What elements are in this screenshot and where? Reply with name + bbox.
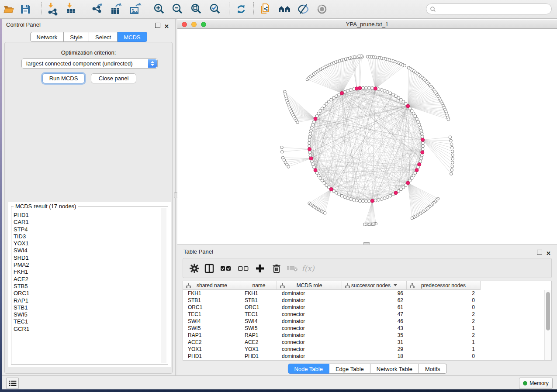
cell-MCDS-role[interactable]: dominator (277, 353, 342, 360)
network-node[interactable] (377, 88, 380, 91)
network-node[interactable] (368, 86, 371, 89)
network-node[interactable] (371, 86, 374, 89)
network-node[interactable] (383, 197, 386, 200)
network-node[interactable] (361, 199, 364, 203)
network-node[interactable] (311, 163, 315, 166)
cell-successor-nodes[interactable]: 47 (342, 311, 407, 318)
mcds-result-item[interactable]: TID3 (14, 233, 160, 240)
mcds-hub-node[interactable] (374, 87, 377, 90)
column-header-successor-nodes[interactable]: successor nodes (342, 281, 407, 290)
cell-name[interactable]: SWI4 (241, 318, 277, 325)
network-leaf-node[interactable] (451, 161, 454, 164)
column-header-name[interactable]: name (241, 281, 277, 290)
network-node[interactable] (414, 115, 417, 118)
network-node[interactable] (332, 96, 336, 100)
network-leaf-node[interactable] (450, 143, 453, 146)
cell-predecessor-nodes[interactable]: 2 (407, 290, 481, 297)
cell-shared-name[interactable]: PHD1 (183, 353, 241, 360)
network-node[interactable] (368, 199, 371, 203)
network-node[interactable] (335, 95, 338, 98)
control-panel-float-button[interactable] (155, 22, 160, 30)
table-row[interactable]: YOX1YOX1connector291 (183, 346, 551, 353)
network-node[interactable] (420, 157, 423, 160)
network-node[interactable] (412, 112, 415, 115)
network-node[interactable] (420, 154, 423, 157)
node-table[interactable]: shared namenameMCDS rolesuccessor nodesp… (183, 281, 552, 361)
memory-button[interactable]: Memory (519, 378, 553, 389)
mcds-result-item[interactable]: ORC1 (14, 290, 160, 297)
cell-predecessor-nodes[interactable]: 2 (407, 318, 481, 325)
mcds-result-item[interactable]: STB1 (14, 304, 160, 311)
cell-MCDS-role[interactable]: dominator (277, 318, 342, 325)
network-node[interactable] (389, 194, 392, 197)
cell-name[interactable]: RAP1 (241, 332, 277, 339)
table-row[interactable]: STB1STB1dominator620 (183, 297, 551, 304)
import-table-button[interactable] (64, 1, 80, 17)
network-node[interactable] (308, 144, 311, 148)
cell-predecessor-nodes[interactable]: 1 (407, 339, 481, 346)
zoom-out-button[interactable] (170, 1, 185, 17)
mcds-hub-node[interactable] (309, 157, 313, 160)
mcds-hub-node[interactable] (421, 138, 425, 141)
network-node[interactable] (361, 86, 364, 89)
cell-name[interactable]: FKH1 (241, 290, 277, 297)
cell-MCDS-role[interactable]: connector (277, 339, 342, 346)
mcds-result-item[interactable]: RAP1 (14, 297, 160, 304)
network-graph[interactable] (177, 29, 557, 244)
cell-shared-name[interactable]: TEC1 (183, 311, 241, 318)
network-canvas[interactable] (177, 29, 557, 244)
network-node[interactable] (349, 89, 352, 92)
mcds-hub-node[interactable] (314, 168, 317, 172)
network-node[interactable] (319, 177, 322, 180)
network-node[interactable] (420, 129, 423, 132)
cell-successor-nodes[interactable]: 61 (342, 304, 407, 311)
network-node[interactable] (389, 92, 392, 95)
network-node[interactable] (346, 89, 349, 93)
mcds-hub-node[interactable] (314, 117, 317, 120)
network-leaf-node[interactable] (451, 154, 454, 157)
mcds-hub-node[interactable] (415, 168, 419, 172)
network-node[interactable] (309, 154, 312, 157)
tab-motifs[interactable]: Motifs (419, 364, 447, 374)
network-leaf-node[interactable] (451, 165, 454, 168)
table-row[interactable]: RAP1RAP1dominator352 (183, 332, 551, 339)
cell-shared-name[interactable]: RAP1 (183, 332, 241, 339)
network-leaf-node[interactable] (353, 55, 356, 58)
network-node[interactable] (309, 132, 312, 135)
network-node[interactable] (377, 199, 380, 202)
network-node[interactable] (308, 138, 311, 141)
table-panel-close-button[interactable]: ✕ (546, 249, 551, 257)
network-node[interactable] (399, 98, 402, 101)
network-window-titlebar[interactable]: YPA_prune.txt_1 (177, 20, 557, 29)
mcds-result-item[interactable]: TEC1 (14, 318, 160, 325)
mcds-result-item[interactable]: SWI5 (14, 311, 160, 318)
network-leaf-node[interactable] (363, 223, 367, 226)
zoom-in-button[interactable] (151, 1, 167, 17)
mcds-result-item[interactable]: PMA2 (14, 261, 160, 268)
mcds-result-list[interactable]: PHD1CAR1STP4TID3YOX1SWI4SRD1PMA2FKH1ACE2… (14, 212, 160, 362)
mcds-hub-node[interactable] (370, 199, 374, 203)
network-leaf-node[interactable] (450, 139, 453, 142)
cell-predecessor-nodes[interactable]: 1 (407, 325, 481, 332)
refresh-button[interactable] (233, 1, 249, 17)
network-leaf-node[interactable] (451, 146, 454, 149)
cell-successor-nodes[interactable]: 96 (342, 290, 407, 297)
mcds-hub-node[interactable] (340, 91, 344, 95)
cell-predecessor-nodes[interactable]: 2 (407, 332, 481, 339)
network-node[interactable] (311, 123, 315, 126)
network-node[interactable] (386, 196, 389, 199)
run-mcds-button[interactable]: Run MCDS (42, 73, 85, 83)
network-node[interactable] (383, 89, 386, 93)
tab-select[interactable]: Select (89, 32, 118, 42)
mcds-list-scrollbar[interactable] (161, 208, 166, 363)
clone-network-button[interactable] (258, 1, 273, 17)
scrollbar-thumb[interactable] (546, 292, 550, 330)
network-node[interactable] (327, 100, 330, 103)
close-panel-button[interactable]: Close panel (91, 73, 136, 83)
network-node[interactable] (394, 95, 398, 98)
column-header-shared-name[interactable]: shared name (183, 281, 241, 290)
mcds-hub-node[interactable] (418, 163, 421, 166)
table-row[interactable]: FKH1FKH1dominator962 (183, 290, 551, 297)
network-leaf-node[interactable] (451, 158, 454, 161)
cell-shared-name[interactable]: STB1 (183, 297, 241, 304)
